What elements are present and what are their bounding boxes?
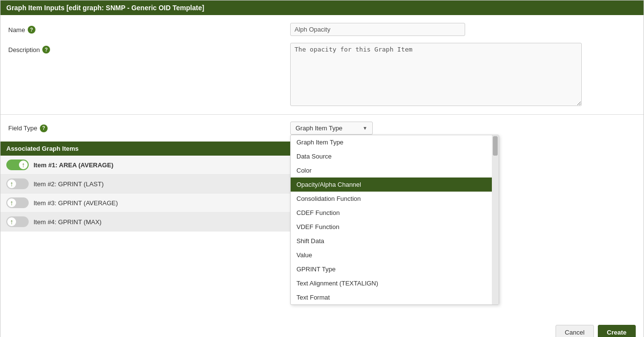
window-title: Graph Item Inputs [edit graph: SNMP - Ge… bbox=[6, 4, 204, 12]
toggle-switch-item-3[interactable]: ↑ bbox=[6, 197, 29, 208]
dropdown-item[interactable]: GPRINT Type bbox=[291, 262, 492, 276]
description-help-icon[interactable]: ? bbox=[42, 46, 50, 53]
dropdown-item[interactable]: Consolidation Function bbox=[291, 192, 492, 206]
dropdown-item[interactable]: Data Source bbox=[291, 149, 492, 163]
toggle-switch-item-1[interactable]: ↑ bbox=[6, 160, 29, 170]
dropdown-item[interactable]: Color bbox=[291, 163, 492, 177]
field-type-dropdown-btn[interactable]: Graph Item Type ▼ bbox=[290, 122, 373, 135]
up-arrow-icon: ↑ bbox=[10, 180, 14, 188]
name-input[interactable] bbox=[290, 23, 465, 36]
toggle-knob: ↑ bbox=[7, 217, 16, 226]
name-label: Name ? bbox=[8, 23, 290, 34]
name-row: Name ? bbox=[8, 23, 636, 36]
dropdown-item[interactable]: VDEF Function bbox=[291, 220, 492, 234]
dropdown-item[interactable]: Opacity/Alpha Channel bbox=[291, 177, 492, 192]
description-textarea[interactable]: The opacity for this Graph Item bbox=[290, 43, 582, 106]
description-label: Description ? bbox=[8, 43, 290, 53]
dropdown-item[interactable]: Shift Data bbox=[291, 234, 492, 248]
graph-item-label: Item #2: GPRINT (LAST) bbox=[34, 180, 104, 188]
toggle-knob: ↑ bbox=[7, 198, 16, 207]
dropdown-arrow-icon: ▼ bbox=[363, 125, 367, 131]
bottom-bar: Cancel Create bbox=[548, 319, 644, 337]
graph-item-label: Item #3: GPRINT (AVERAGE) bbox=[34, 199, 118, 207]
field-type-dropdown-wrapper: Graph Item Type ▼ Graph Item TypeData So… bbox=[290, 122, 373, 135]
dropdown-menu: Graph Item TypeData SourceColorOpacity/A… bbox=[290, 135, 499, 305]
dropdown-scrollbar[interactable] bbox=[492, 135, 499, 304]
field-type-label: Field Type ? bbox=[8, 124, 290, 132]
main-window: Graph Item Inputs [edit graph: SNMP - Ge… bbox=[0, 0, 644, 337]
toggle-knob: ↑ bbox=[7, 179, 16, 188]
dropdown-item[interactable]: CDEF Function bbox=[291, 206, 492, 220]
up-arrow-icon: ↑ bbox=[10, 199, 14, 207]
toggle-switch-item-4[interactable]: ↑ bbox=[6, 216, 29, 227]
cancel-button[interactable]: Cancel bbox=[556, 325, 593, 337]
graph-item-label: Item #4: GPRINT (MAX) bbox=[34, 218, 102, 226]
dropdown-item[interactable]: Graph Item Type bbox=[291, 135, 492, 149]
name-control bbox=[290, 23, 636, 36]
dropdown-item[interactable]: Text Alignment (TEXTALIGN) bbox=[291, 276, 492, 290]
toggle-switch-item-2[interactable]: ↑ bbox=[6, 178, 29, 189]
field-type-row: Field Type ? Graph Item Type ▼ Graph Ite… bbox=[0, 122, 644, 142]
up-arrow-icon: ↑ bbox=[10, 218, 14, 226]
up-arrow-icon: ↑ bbox=[22, 161, 25, 169]
title-bar: Graph Item Inputs [edit graph: SNMP - Ge… bbox=[0, 0, 644, 15]
name-help-icon[interactable]: ? bbox=[28, 26, 35, 34]
toggle-knob: ↑ bbox=[19, 160, 28, 169]
description-row: Description ? The opacity for this Graph… bbox=[8, 43, 636, 107]
dropdown-item[interactable]: Text Format bbox=[291, 290, 492, 304]
create-button[interactable]: Create bbox=[598, 325, 636, 337]
dropdown-selected-label: Graph Item Type bbox=[296, 124, 343, 132]
dropdown-scroll-content: Graph Item TypeData SourceColorOpacity/A… bbox=[291, 135, 492, 304]
description-control: The opacity for this Graph Item bbox=[290, 43, 636, 107]
dropdown-item[interactable]: Value bbox=[291, 248, 492, 262]
field-type-help-icon[interactable]: ? bbox=[40, 124, 48, 132]
graph-item-label: Item #1: AREA (AVERAGE) bbox=[34, 161, 113, 169]
